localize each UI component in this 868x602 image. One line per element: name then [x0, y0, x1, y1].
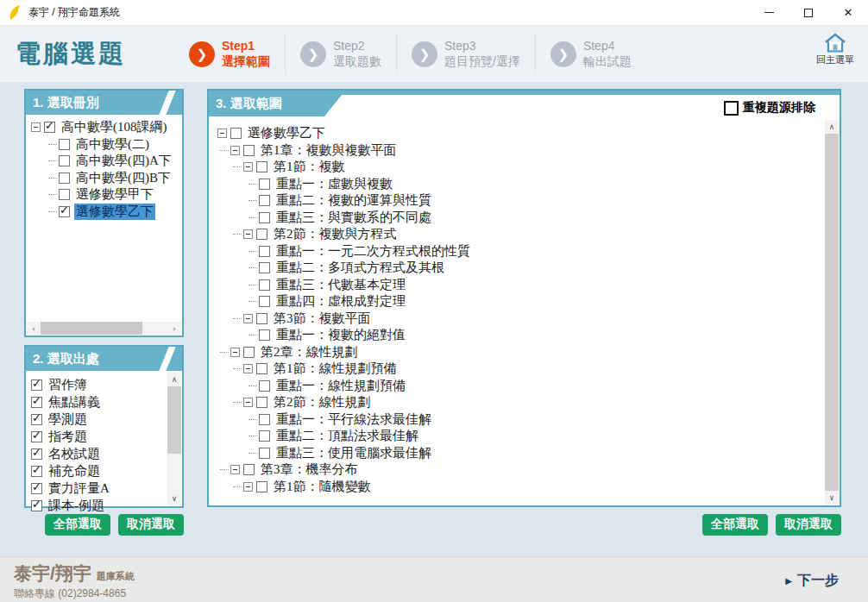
node-label[interactable]: 第3節：複數平面: [272, 310, 373, 327]
node-checkbox[interactable]: [256, 229, 267, 240]
node-label[interactable]: 第1節：複數: [272, 159, 347, 175]
node-checkbox[interactable]: [59, 155, 70, 166]
home-button[interactable]: 回主選單: [811, 33, 859, 66]
node-checkbox[interactable]: [259, 414, 270, 425]
horizontal-scrollbar[interactable]: ‹ ›: [27, 322, 181, 335]
tree-node[interactable]: 重點三：與實數系的不同處: [209, 210, 840, 227]
tree-node[interactable]: 第3章：機率分布: [209, 461, 840, 479]
tree-node[interactable]: 第2節：複數與方程式: [209, 226, 840, 243]
tree-node-selected[interactable]: 選修數學乙下: [26, 204, 182, 221]
list-item[interactable]: 習作簿: [26, 376, 182, 393]
node-label[interactable]: 高中數學(四)A下: [74, 153, 173, 169]
node-checkbox[interactable]: [259, 448, 270, 459]
tree-node[interactable]: 第1節：線性規劃預備: [209, 361, 840, 378]
scroll-left-icon[interactable]: ‹: [27, 322, 41, 335]
node-checkbox[interactable]: [256, 313, 267, 324]
node-label[interactable]: 第2章：線性規劃: [259, 344, 360, 361]
item-checkbox[interactable]: [31, 483, 42, 494]
node-label[interactable]: 重點四：虛根成對定理: [274, 293, 407, 310]
node-label[interactable]: 重點二：複數的運算與性質: [274, 192, 433, 209]
node-checkbox[interactable]: [259, 262, 270, 273]
item-checkbox[interactable]: [31, 379, 42, 391]
tree-node[interactable]: 高中數學(108課綱): [26, 119, 182, 136]
item-checkbox[interactable]: [31, 431, 42, 442]
tree-node[interactable]: 第1章：複數與複數平面: [209, 142, 840, 160]
node-checkbox[interactable]: [259, 329, 270, 341]
node-checkbox[interactable]: [256, 397, 267, 408]
list-item[interactable]: 補充命題: [26, 462, 182, 480]
node-checkbox[interactable]: [259, 212, 270, 223]
node-label[interactable]: 高中數學(二): [74, 136, 151, 153]
collapse-expander-icon[interactable]: [243, 162, 253, 172]
select-all-button[interactable]: 全部選取: [702, 514, 768, 536]
list-item[interactable]: 實力評量A: [26, 480, 182, 497]
tree-node[interactable]: 重點一：複數的絕對值: [209, 327, 840, 344]
tree-node[interactable]: 重點二：頂點法求最佳解: [209, 428, 840, 445]
node-checkbox[interactable]: [44, 122, 55, 133]
close-button[interactable]: ✕: [828, 0, 868, 26]
item-checkbox[interactable]: [31, 414, 42, 425]
minimize-button[interactable]: [749, 0, 789, 26]
node-label[interactable]: 高中數學(四)B下: [74, 170, 173, 186]
collapse-expander-icon[interactable]: [243, 398, 253, 407]
tree-node[interactable]: 重點二：多項式方程式及其根: [209, 260, 840, 277]
node-label[interactable]: 選修數學甲下: [74, 186, 155, 203]
node-label[interactable]: 重點一：虛數與複數: [274, 176, 394, 192]
scroll-down-icon[interactable]: ∨: [167, 492, 181, 505]
node-checkbox[interactable]: [59, 189, 70, 200]
tree-node[interactable]: 重點一：一元二次方程式根的性質: [209, 243, 840, 260]
node-label[interactable]: 第1章：複數與複數平面: [259, 142, 399, 159]
node-checkbox[interactable]: [259, 279, 270, 291]
tree-node[interactable]: 第1節：複數: [209, 159, 840, 176]
node-checkbox[interactable]: [259, 380, 270, 392]
node-label[interactable]: 高中數學(108課綱): [60, 119, 169, 135]
node-checkbox[interactable]: [259, 430, 270, 442]
list-item[interactable]: 焦點講義: [26, 393, 182, 411]
item-checkbox[interactable]: [31, 500, 42, 511]
node-checkbox[interactable]: [259, 179, 270, 190]
scrollbar-thumb[interactable]: [167, 386, 181, 454]
collapse-expander-icon[interactable]: [217, 129, 227, 138]
item-checkbox[interactable]: [31, 448, 42, 460]
list-item[interactable]: 課本-例題: [26, 497, 182, 514]
node-label[interactable]: 第2節：複數與方程式: [272, 226, 399, 242]
tree-node[interactable]: 選修數學乙下: [209, 125, 840, 142]
collapse-expander-icon[interactable]: [230, 465, 240, 474]
node-label[interactable]: 重點二：多項式方程式及其根: [274, 260, 446, 276]
node-label[interactable]: 重點一：平行線法求最佳解: [274, 411, 433, 428]
tree-node[interactable]: 高中數學(四)B下: [26, 170, 182, 187]
scroll-right-icon[interactable]: ›: [167, 322, 181, 335]
node-checkbox[interactable]: [59, 206, 70, 217]
tree-node[interactable]: 重點一：虛數與複數: [209, 176, 840, 193]
collapse-expander-icon[interactable]: [230, 146, 240, 155]
node-checkbox[interactable]: [256, 161, 267, 172]
tree-node[interactable]: 第3節：複數平面: [209, 310, 840, 328]
node-label[interactable]: 選修數學乙下: [246, 125, 327, 141]
list-item[interactable]: 指考題: [26, 428, 182, 445]
tree-node[interactable]: 重點三：使用電腦求最佳解: [209, 445, 840, 462]
node-checkbox[interactable]: [256, 363, 267, 374]
list-item[interactable]: 學測題: [26, 411, 182, 428]
node-label[interactable]: 重點三：使用電腦求最佳解: [274, 445, 433, 461]
collapse-expander-icon[interactable]: [243, 229, 253, 239]
next-step-button[interactable]: ▶ 下一步: [785, 572, 839, 590]
tree-node[interactable]: 重點一：線性規劃預備: [209, 378, 840, 395]
scrollbar-thumb[interactable]: [41, 322, 142, 335]
scroll-up-icon[interactable]: ∧: [825, 120, 839, 134]
item-checkbox[interactable]: [31, 397, 42, 408]
node-label[interactable]: 第3章：機率分布: [259, 461, 360, 478]
node-label[interactable]: 第1節：隨機變數: [272, 479, 373, 495]
node-checkbox[interactable]: [59, 139, 70, 150]
node-label[interactable]: 重點三：代數基本定理: [274, 277, 407, 293]
tree-node[interactable]: 重點一：平行線法求最佳解: [209, 411, 840, 429]
tree-node[interactable]: 高中數學(四)A下: [26, 153, 182, 170]
tree-node[interactable]: 重點四：虛根成對定理: [209, 293, 840, 310]
node-checkbox[interactable]: [259, 246, 270, 257]
node-label[interactable]: 重點一：線性規劃預備: [274, 378, 407, 394]
select-all-button[interactable]: 全部選取: [45, 514, 110, 536]
node-checkbox[interactable]: [230, 128, 242, 139]
vertical-scrollbar[interactable]: ∧ ∨: [825, 120, 839, 505]
node-checkbox[interactable]: [59, 172, 70, 184]
node-checkbox[interactable]: [259, 195, 270, 206]
vertical-scrollbar[interactable]: ∧ ∨: [167, 373, 181, 505]
